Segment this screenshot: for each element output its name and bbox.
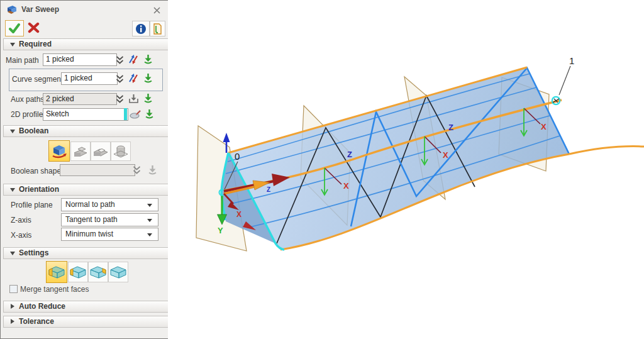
info-icon <box>135 23 147 35</box>
boolean-shapes-label: Boolean shapes <box>11 167 65 175</box>
cancel-button[interactable] <box>25 20 42 35</box>
x-axis-glyph: X <box>443 150 448 160</box>
ok-button[interactable] <box>5 20 24 36</box>
main-path-label: Main path <box>6 56 39 65</box>
boolean-intersect-button[interactable] <box>111 142 131 161</box>
chevron-double-down-icon[interactable] <box>115 55 125 65</box>
boolean-base-button[interactable] <box>48 140 70 162</box>
merge-tangent-faces-label: Merge tangent faces <box>20 285 89 294</box>
profile-label: 2D profile <box>11 110 43 119</box>
boolean-intersect-icon <box>113 143 129 160</box>
z-axis-glyph: Z <box>347 150 352 159</box>
merge-tangent-faces-checkbox[interactable] <box>9 285 18 293</box>
profile-plane-select[interactable]: Normal to path <box>61 198 158 211</box>
var-sweep-icon <box>6 4 18 16</box>
profile-field[interactable]: Sketch <box>43 108 128 121</box>
hint-page-button[interactable] <box>150 21 165 36</box>
check-icon <box>8 23 21 34</box>
x-axis-glyph: X <box>236 210 242 219</box>
boolean-remove-button[interactable] <box>91 142 111 161</box>
list-tray-icon[interactable] <box>128 94 139 104</box>
dialog-title: Var Sweep <box>21 5 59 14</box>
z-axis-select[interactable]: Tangent to path <box>61 213 158 226</box>
chevron-double-down-icon[interactable] <box>115 94 125 104</box>
main-path-field[interactable]: 1 picked <box>43 53 117 66</box>
collapse-icon <box>10 130 15 133</box>
cancel-x-icon <box>28 22 40 33</box>
section-required[interactable]: Required <box>3 38 181 50</box>
x-axis-glyph: X <box>541 122 547 131</box>
curve-segment-field[interactable]: 1 picked <box>61 72 118 85</box>
curve-segment-label: Curve segment <box>12 75 63 84</box>
sweep-caps-icon <box>89 265 107 279</box>
boolean-remove-icon <box>92 144 109 159</box>
close-icon[interactable] <box>153 6 161 14</box>
profile-plane-label: Profile plane <box>11 201 53 209</box>
y-axis-glyph: Y <box>218 226 223 235</box>
z-axis-glyph: Z <box>448 123 453 132</box>
end-caps-both-button[interactable] <box>46 261 67 283</box>
path-end-label: 1 <box>569 55 574 66</box>
path-start-label: 0 <box>235 151 240 162</box>
section-orientation[interactable]: Orientation <box>3 184 181 196</box>
section-tolerance[interactable]: Tolerance <box>3 316 181 328</box>
end-cap-end-button[interactable] <box>88 262 108 282</box>
aux-paths-field[interactable]: 2 picked <box>43 93 117 105</box>
z-axis-label: Z-axis <box>11 216 31 225</box>
x-axis-label: X-axis <box>11 231 31 240</box>
end-cap-start-button[interactable] <box>68 262 88 282</box>
chevron-double-down-icon[interactable] <box>115 74 125 84</box>
import-curves-icon[interactable] <box>143 92 153 104</box>
chevron-double-down-icon[interactable] <box>132 165 142 175</box>
var-sweep-dialog: Var Sweep Required Main path 1 picked <box>0 0 169 339</box>
sweep-caps-icon <box>109 265 127 279</box>
boolean-shapes-field[interactable] <box>60 164 135 176</box>
import-curves-icon[interactable] <box>143 53 153 65</box>
collapse-icon <box>10 43 15 47</box>
import-curves-icon[interactable] <box>144 108 155 119</box>
expand-icon <box>11 304 14 309</box>
swap-direction-icon[interactable] <box>128 54 139 65</box>
x-axis-glyph: X <box>343 181 349 191</box>
collapse-icon <box>10 252 15 255</box>
section-settings[interactable]: Settings <box>3 247 181 259</box>
sweep-caps-icon <box>69 265 87 279</box>
x-axis-select[interactable]: Minimum twist <box>61 228 158 241</box>
aux-paths-label: Aux paths <box>11 95 44 104</box>
z-up-arrowhead <box>223 133 230 142</box>
boolean-base-icon <box>51 143 67 159</box>
main-path-tail[interactable] <box>569 147 644 154</box>
collapse-icon <box>10 188 15 192</box>
swap-direction-icon[interactable] <box>128 73 139 84</box>
boolean-add-icon <box>72 144 89 159</box>
boolean-add-button[interactable] <box>70 142 91 161</box>
end-caps-none-button[interactable] <box>108 262 128 282</box>
expand-icon <box>11 319 14 324</box>
3d-viewport[interactable]: X Y Z X Z X Z X 0 1 <box>168 0 644 339</box>
import-curves-icon[interactable] <box>143 72 153 84</box>
viewport-canvas[interactable]: X Y Z X Z X Z X 0 1 <box>168 0 644 339</box>
app-window: { "window": { "title": "Var Sweep" }, "s… <box>0 0 644 339</box>
z-axis-glyph: Z <box>267 186 270 193</box>
hint-page-icon <box>153 23 162 35</box>
sweep-caps-icon <box>48 265 65 279</box>
sketch-edit-icon[interactable] <box>130 109 142 119</box>
import-curves-disabled-icon <box>147 164 158 175</box>
section-auto-reduce[interactable]: Auto Reduce <box>3 301 181 313</box>
info-button[interactable] <box>132 21 150 36</box>
active-input-caret <box>124 108 127 120</box>
section-boolean[interactable]: Boolean <box>3 125 181 137</box>
